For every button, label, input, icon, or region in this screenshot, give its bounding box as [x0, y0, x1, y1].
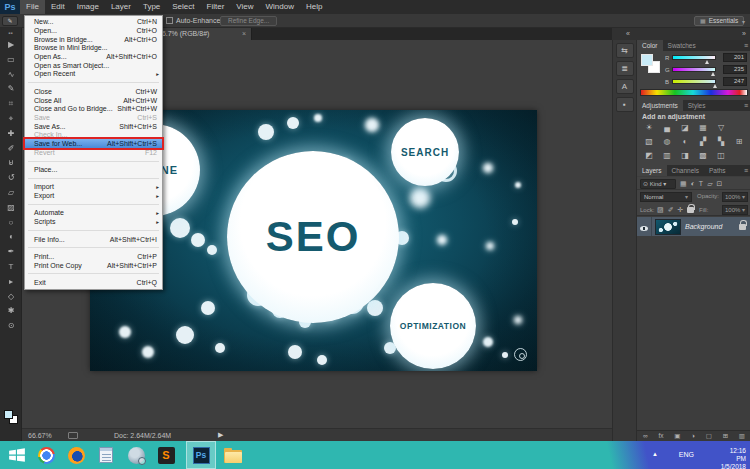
adjustments-tab-styles[interactable]: Styles [683, 100, 711, 111]
adjustment-icon[interactable]: ☀ [643, 122, 655, 134]
layers-tab-layers[interactable]: Layers [637, 165, 667, 176]
workspace-more-icon[interactable]: ▾ [742, 18, 745, 25]
move-tool-icon[interactable]: ▶ [0, 38, 22, 53]
adjustment-icon[interactable]: ▚ [715, 136, 727, 148]
adjustment-icon[interactable]: ▩ [697, 150, 709, 162]
menu-item-import[interactable]: Import▸ [25, 183, 162, 192]
lock-all-icon[interactable] [687, 207, 694, 213]
menu-item-close-all[interactable]: Close AllAlt+Ctrl+W [25, 96, 162, 105]
adjustment-icon[interactable]: ◍ [661, 136, 673, 148]
taskbar-app-chrome[interactable] [31, 441, 61, 469]
adjustment-icon[interactable]: ▽ [715, 122, 727, 134]
fill-field[interactable]: 100%▾ [722, 205, 748, 215]
menubar-item-layer[interactable]: Layer [105, 0, 137, 14]
adjustments-tab-adjustments[interactable]: Adjustments [637, 100, 683, 111]
collapse-panels-right-icon[interactable]: » [742, 30, 746, 37]
adjustment-icon[interactable]: ▦ [697, 122, 709, 134]
zoom-level-field[interactable]: 66.67% [28, 432, 52, 439]
panel-color-swatches[interactable] [641, 54, 661, 74]
collapse-panels-left-icon[interactable]: « [626, 30, 630, 37]
opacity-field[interactable]: 100%▾ [722, 192, 748, 202]
pen-tool-icon[interactable]: ✒ [0, 245, 22, 260]
menu-item-scripts[interactable]: Scripts▸ [25, 217, 162, 226]
adjustment-icon[interactable]: ◩ [643, 150, 655, 162]
menu-item-new[interactable]: New...Ctrl+N [25, 18, 162, 27]
menu-item-save[interactable]: SaveCtrl+S [25, 113, 162, 122]
show-hidden-icons-button[interactable]: ▲ [652, 451, 658, 457]
layers-tab-channels[interactable]: Channels [667, 165, 704, 176]
foreground-background-swatches[interactable] [4, 410, 18, 424]
adjustment-icon[interactable]: ▄ [661, 122, 673, 134]
layer-filter-icon[interactable]: ⊡ [717, 179, 723, 189]
layers-bottom-icon[interactable]: ⊞ [723, 431, 728, 441]
menubar-item-window[interactable]: Window [260, 0, 300, 14]
menu-item-open-as[interactable]: Open As...Alt+Shift+Ctrl+O [25, 52, 162, 61]
menubar-item-filter[interactable]: Filter [201, 0, 231, 14]
layers-bottom-icon[interactable]: ▢ [706, 431, 712, 441]
quick-selection-tool-preset-icon[interactable]: ✎ [2, 16, 18, 26]
menu-item-save-for-web[interactable]: Save for Web...Alt+Shift+Ctrl+S [25, 139, 162, 148]
menubar-item-view[interactable]: View [230, 0, 259, 14]
lock-icon[interactable]: ✐ [668, 204, 674, 215]
tools-panel-grip[interactable]: ▪▪ [0, 28, 21, 38]
menu-item-check-in[interactable]: Check In... [25, 130, 162, 139]
menu-item-close-and-go-to-bridge[interactable]: Close and Go to Bridge...Shift+Ctrl+W [25, 104, 162, 113]
adjustment-icon[interactable]: ▥ [661, 150, 673, 162]
layers-bottom-icon[interactable]: fx [658, 431, 663, 441]
taskbar-app-sublime-text[interactable]: S [151, 441, 181, 469]
adjustment-icon[interactable]: ◐ [679, 136, 691, 148]
adjustment-icon[interactable]: ▞ [697, 136, 709, 148]
taskbar-app-photoshop[interactable]: Ps [186, 441, 216, 469]
healing-brush-tool-icon[interactable]: ✚ [0, 127, 22, 142]
menu-item-save-as[interactable]: Save As...Shift+Ctrl+S [25, 122, 162, 131]
brush-tool-icon[interactable]: ✐ [0, 142, 22, 157]
layer-visibility-cell[interactable] [637, 217, 652, 236]
layers-bottom-icon[interactable]: ▣ [674, 431, 680, 441]
color-panel-menu-icon[interactable]: ≡ [744, 40, 748, 51]
dodge-tool-icon[interactable]: ◖ [0, 230, 22, 245]
layer-filter-kind-dropdown[interactable]: ⊙ Kind ▾ [640, 179, 676, 189]
color-spectrum-ramp[interactable] [640, 89, 748, 96]
layers-bottom-icon[interactable]: ▥ [739, 431, 745, 441]
menubar-item-select[interactable]: Select [166, 0, 200, 14]
crop-tool-icon[interactable]: ⌗ [0, 97, 22, 112]
channel-slider-b[interactable] [672, 79, 716, 84]
menu-item-print-one-copy[interactable]: Print One CopyAlt+Shift+Ctrl+P [25, 261, 162, 270]
menu-item-browse-in-mini-bridge[interactable]: Browse in Mini Bridge... [25, 44, 162, 53]
menu-item-file-info[interactable]: File Info...Alt+Shift+Ctrl+I [25, 235, 162, 244]
menu-item-export[interactable]: Export▸ [25, 191, 162, 200]
menu-item-open-as-smart-object[interactable]: Open as Smart Object... [25, 61, 162, 70]
menu-item-open-recent[interactable]: Open Recent▸ [25, 70, 162, 79]
color-tab-color[interactable]: Color [637, 40, 663, 51]
channel-value-field[interactable]: 247 [723, 77, 747, 86]
menubar-item-type[interactable]: Type [137, 0, 166, 14]
tab-close-icon[interactable]: × [242, 30, 246, 37]
layer-filter-icon[interactable]: T [699, 179, 703, 189]
menu-item-revert[interactable]: RevertF12 [25, 148, 162, 157]
path-selection-tool-icon[interactable]: ▸ [0, 275, 22, 290]
menu-item-close[interactable]: CloseCtrl+W [25, 87, 162, 96]
status-options-arrow-icon[interactable]: ▶ [218, 431, 223, 439]
gradient-tool-icon[interactable]: ▨ [0, 201, 22, 216]
layer-thumbnail[interactable] [655, 219, 681, 235]
channel-value-field[interactable]: 235 [723, 65, 747, 74]
foreground-color-swatch[interactable] [4, 410, 13, 419]
hand-tool-icon[interactable]: ✱ [0, 304, 22, 319]
slider-thumb-icon[interactable] [713, 84, 717, 88]
foreground-color-swatch[interactable] [641, 54, 653, 66]
properties-panel-icon[interactable]: ≣ [616, 61, 634, 76]
adjustments-panel-menu-icon[interactable]: ≡ [744, 100, 748, 111]
background-layer-row[interactable]: Background [637, 217, 750, 236]
blend-mode-dropdown[interactable]: Normal▾ [640, 192, 692, 202]
color-tab-swatches[interactable]: Swatches [663, 40, 701, 51]
menu-item-print[interactable]: Print...Ctrl+P [25, 252, 162, 261]
layers-tab-paths[interactable]: Paths [704, 165, 731, 176]
workspace-switcher-button[interactable]: ▦ Essentials [694, 16, 744, 26]
layer-filter-icon[interactable]: ▦ [680, 179, 687, 189]
menubar-item-help[interactable]: Help [300, 0, 328, 14]
auto-enhance-option[interactable]: Auto-Enhance [166, 17, 220, 24]
adjustment-icon[interactable]: ⊞ [733, 136, 745, 148]
menu-item-open[interactable]: Open...Ctrl+O [25, 26, 162, 35]
taskbar-clock[interactable]: 12:16 PM 1/5/2018 [721, 447, 746, 469]
quick-selection-tool-icon[interactable]: ✎ [0, 82, 22, 97]
